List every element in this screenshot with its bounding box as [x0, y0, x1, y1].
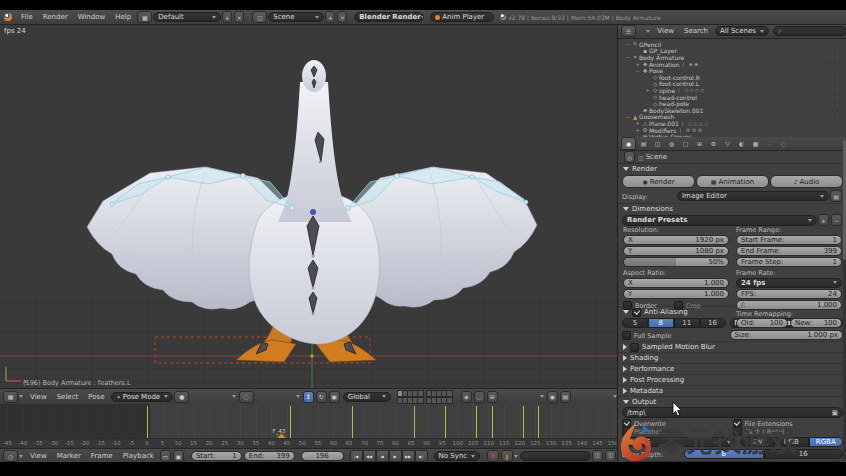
manipulator-scale-icon[interactable]: ▣	[329, 391, 340, 403]
render-engine-select[interactable]: Blender Render	[354, 12, 424, 22]
play-reverse-button[interactable]: ◀	[376, 450, 389, 462]
scene-add-button[interactable]: +	[325, 11, 335, 23]
start-frame-prop-field[interactable]: Start Frame:1	[736, 235, 842, 245]
timeline-track[interactable]: F_43 -45-40-35-30-25-20-15-10-5051015202…	[0, 403, 617, 449]
tab-render[interactable]: ◉	[621, 137, 636, 150]
row-restrict-toggles[interactable]: ◦◦	[831, 48, 841, 54]
layer-toggle[interactable]	[417, 397, 424, 404]
panel-header-dimensions[interactable]: Dimensions	[618, 203, 846, 214]
render-opengl-icon[interactable]: ◉	[547, 391, 558, 403]
transform-orientation-select[interactable]: Global	[343, 392, 391, 402]
tab-particles[interactable]: ∴	[763, 138, 776, 149]
resolution-percentage-slider[interactable]: 50%	[623, 257, 729, 267]
jump-end-button[interactable]: ▶|	[415, 450, 428, 462]
border-checkbox[interactable]	[623, 301, 632, 310]
end-frame-prop-field[interactable]: End Frame:399	[736, 246, 842, 256]
row-restrict-toggles[interactable]: ◦◦	[831, 74, 841, 80]
fps-field[interactable]: FPS:24	[736, 289, 842, 299]
snap-magnet-icon[interactable]: ◡	[474, 391, 485, 403]
tab-render-layers[interactable]: ▤	[637, 138, 650, 149]
row-restrict-toggles[interactable]: ◦◦	[831, 101, 841, 107]
layout-delete-button[interactable]: ×	[234, 11, 244, 23]
tl-menus-item-frame[interactable]: Frame	[91, 452, 113, 460]
panel-header-metadata[interactable]: Metadata	[618, 385, 846, 396]
display-select[interactable]: Image Editor	[677, 191, 829, 201]
breadcrumb-scene[interactable]: Scene	[646, 153, 667, 161]
frame-lock-icon[interactable]: ▣	[173, 450, 184, 462]
render-animation-button[interactable]: ▦ Animation	[696, 175, 769, 188]
resolution-y-field[interactable]: Y1080 px	[623, 246, 729, 256]
outliner-editor-icon[interactable]: ☰	[621, 25, 636, 37]
preset-remove-button[interactable]: −	[831, 214, 842, 226]
panel-header-sampled-motion-blur[interactable]: Sampled Motion Blur	[618, 341, 846, 352]
outliner-item-head-control[interactable]: ·◇head-control◦◦	[618, 94, 846, 101]
editor-type-button[interactable]: ▦	[3, 391, 18, 403]
frame-rate-select[interactable]: 24 fps	[736, 278, 842, 288]
outliner-item-spine[interactable]: +◇spine | ◇◇◇◇◦◦	[618, 87, 846, 94]
tab-modifiers[interactable]: ⚙	[707, 138, 720, 149]
tab-physics[interactable]: ◌	[777, 138, 790, 149]
tab-material[interactable]: ◐	[735, 138, 748, 149]
row-restrict-toggles[interactable]: ◦◦◦	[826, 114, 841, 120]
blender-logo-icon[interactable]	[4, 13, 12, 21]
manipulator-rotate-icon[interactable]: ↻	[316, 391, 327, 403]
auto-keyframe-record-icon[interactable]	[487, 450, 499, 462]
tb-menus-item-help[interactable]: Help	[115, 13, 131, 21]
screen-layout-icon[interactable]: ▦	[137, 11, 152, 23]
render-button[interactable]: ◉ Render	[622, 175, 695, 188]
anim-player-button[interactable]: Anim Player	[430, 12, 494, 22]
viewport-3d[interactable]: x fps 24 (196) Body Armature : feathers.…	[0, 24, 617, 388]
crop-checkbox[interactable]	[674, 301, 683, 310]
jump-start-button[interactable]: |◀	[350, 450, 363, 462]
remap-old-field[interactable]: Old:100	[736, 318, 788, 328]
preview-range-icon[interactable]: ▭	[160, 450, 171, 462]
remap-new-field[interactable]: New:100	[790, 318, 842, 328]
tb-menus-item-render[interactable]: Render	[43, 13, 68, 21]
screen-layout-field[interactable]: Default	[153, 12, 221, 22]
outliner-search-input[interactable]: ⌕	[773, 26, 846, 36]
active-keying-set-field[interactable]: ◦	[520, 451, 591, 461]
tab-scene[interactable]: ◫	[651, 138, 664, 149]
scene-canvas[interactable]: x	[0, 24, 617, 388]
insert-keyframe-icon[interactable]: ⚿	[592, 450, 603, 462]
render-audio-button[interactable]: ♪ Audio	[770, 175, 843, 188]
tab-texture[interactable]: ▦	[749, 138, 762, 149]
resolution-x-field[interactable]: X1920 px	[623, 235, 729, 245]
frame-step-field[interactable]: Frame Step:1	[736, 257, 842, 267]
next-keyframe-button[interactable]: ▶▶	[402, 450, 415, 462]
outliner-item-pose[interactable]: −✚Pose	[618, 67, 846, 74]
tl-menus-item-marker[interactable]: Marker	[57, 452, 81, 460]
layer-toggle[interactable]	[417, 390, 424, 397]
scene-delete-button[interactable]: ×	[337, 11, 347, 23]
aa-size-field[interactable]: Size:1.000 px	[730, 330, 844, 340]
row-restrict-toggles[interactable]: ◦◦◦	[826, 54, 841, 60]
keying-set-icon[interactable]: ⚷	[501, 450, 513, 462]
snap-element-icon[interactable]: ⊞	[487, 391, 498, 403]
antialiasing-checkbox[interactable]	[632, 308, 641, 317]
pin-icon[interactable]: ◎	[624, 151, 635, 163]
scene-field[interactable]: Scene	[268, 12, 324, 22]
pivot-point-icon[interactable]: ◌	[239, 391, 254, 403]
end-frame-field[interactable]: End: 399	[244, 451, 295, 461]
display-extra-icon[interactable]: ▤	[830, 190, 842, 202]
lock-icon[interactable]: ◈	[461, 391, 472, 403]
panel-header-render[interactable]: Render	[618, 163, 846, 174]
tl-menus-item-playback[interactable]: Playback	[123, 452, 154, 460]
row-restrict-toggles[interactable]: ◦◦	[831, 87, 841, 93]
scene-icon[interactable]: ◫	[252, 11, 267, 23]
goose-neck[interactable]	[278, 82, 352, 222]
aa-sample-11[interactable]: 11	[674, 318, 700, 328]
folder-icon[interactable]: ▣	[831, 409, 838, 417]
outliner-item-foot-control.r[interactable]: ·◇foot-control.R◦◦	[618, 74, 846, 81]
tab-constraints[interactable]: ⊞	[693, 138, 706, 149]
outliner-item-foot-control.l[interactable]: ·◇foot-control.L◦◦	[618, 81, 846, 88]
layer-toggle[interactable]	[446, 397, 453, 404]
sync-mode-select[interactable]: No Sync	[434, 451, 480, 461]
sampled motion blur-checkbox[interactable]	[630, 343, 639, 352]
aa-sample-16[interactable]: 16	[700, 318, 726, 328]
play-button[interactable]: ▶	[389, 450, 402, 462]
tb-menus-item-window[interactable]: Window	[78, 13, 106, 21]
current-frame-field[interactable]: 196	[301, 451, 344, 461]
row-restrict-toggles[interactable]: ◦◦	[831, 94, 841, 100]
layers-widget[interactable]	[397, 390, 454, 404]
